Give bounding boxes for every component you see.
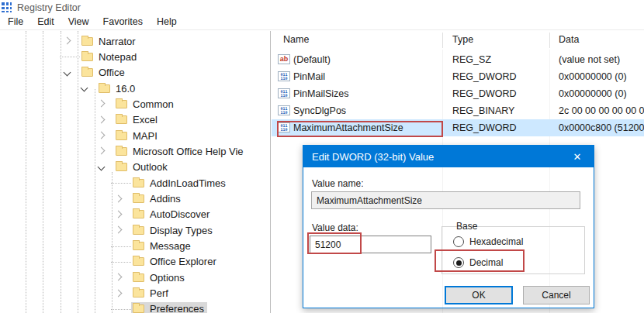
tree-item-16-0[interactable]: 16.0 [0,81,270,96]
tree-item-label: Narrator [99,36,136,47]
column-header-type[interactable]: Type [452,34,473,45]
chevron-right-icon[interactable] [98,100,106,108]
tree-connector-line [111,262,131,263]
column-divider[interactable] [442,33,443,48]
tree-item-autodiscover[interactable]: AutoDiscover [0,207,270,222]
menu-item-view[interactable]: View [61,14,96,29]
tree-item-content: Narrator [80,34,139,48]
value-type-cell: REG_DWORD [452,71,517,82]
tree-item-addins[interactable]: Addins [0,191,270,207]
registry-editor-window: Registry Editor FileEditViewFavoritesHel… [0,0,644,313]
tree-item-label: Preferences [150,303,204,313]
window-titlebar: Registry Editor [0,0,644,13]
ok-button[interactable]: OK [445,286,513,304]
value-name-cell: PinMailSizes [293,88,349,99]
radio-label: Decimal [469,257,503,268]
menu-item-file[interactable]: File [1,14,30,29]
tree-item-content: Office [80,66,128,80]
value-data-cell: 2c 00 00 00 00 00 00 00 [559,105,644,116]
tree-item-office[interactable]: Office [0,65,270,81]
chevron-down-icon[interactable] [81,84,88,92]
tree-item-content: MAPI [114,129,161,143]
value-data-input[interactable]: 51200 [310,236,431,253]
value-name-field: MaximumAttachmentSize [311,191,580,209]
tree-item-microsoft-office-help-vie[interactable]: Microsoft Office Help Vie [0,143,270,159]
tree-item-perf[interactable]: Perf [0,286,270,301]
value-row-syncdlgpos[interactable]: 011110SyncDlgPosREG_BINARY2c 00 00 00 00… [272,102,644,119]
tree-connector-line [60,57,80,57]
chevron-right-icon[interactable] [64,37,71,45]
menu-item-help[interactable]: Help [150,14,184,29]
tree-item-content: Perf [131,287,171,301]
tree-item-label: Common [133,98,174,110]
tree-item-label: Addins [150,193,181,205]
cancel-button[interactable]: Cancel [523,286,590,304]
tree-item-label: Excel [133,114,158,126]
value-data-cell: 0x00000000 (0) [559,88,627,99]
folder-icon [133,304,144,313]
chevron-right-icon[interactable] [98,132,106,139]
tree-item-label: MAPI [133,130,158,142]
value-data-text: 51200 [315,239,341,250]
value-data-cell: (value not set) [559,54,620,65]
tree-item-content: Outlook [114,160,171,174]
base-group-label: Base [453,221,480,232]
value-data-cell: 0x0000c800 (51200) [559,122,644,133]
radio-unselected-icon [453,236,464,247]
chevron-right-icon[interactable] [115,273,123,281]
chevron-down-icon[interactable] [98,163,106,170]
registry-editor-icon [2,2,12,12]
tree-item-notepad[interactable]: Notepad [0,49,270,64]
tree-item-label: Perf [150,287,168,299]
chevron-right-icon[interactable] [115,226,123,234]
tree-item-content: Microsoft Office Help Vie [114,144,247,158]
chevron-right-icon[interactable] [98,115,106,123]
tree-item-excel[interactable]: Excel [0,112,270,128]
column-header-name[interactable]: Name [283,34,309,45]
base-groupbox: Base HexadecimalDecimal [441,226,585,274]
dialog-titlebar[interactable]: Edit DWORD (32-bit) Value ✕ [303,146,594,167]
tree-item-office-explorer[interactable]: Office Explorer [0,254,270,270]
value-name-label: Value name: [312,178,364,189]
tree-item-mapi[interactable]: MAPI [0,128,270,143]
value-row-pinmail[interactable]: 011110PinMailREG_DWORD0x00000000 (0) [272,68,644,85]
chevron-right-icon[interactable] [115,289,123,297]
column-header-data[interactable]: Data [559,34,579,45]
chevron-right-icon[interactable] [115,210,123,218]
value-data-cell: 0x00000000 (0) [559,71,627,82]
radio-label: Hexadecimal [469,236,523,247]
pane-divider[interactable] [270,31,271,313]
tree-item-common[interactable]: Common [0,96,270,112]
list-header: Name Type Data [272,31,644,50]
tree-item-content: Notepad [80,50,140,64]
menu-item-edit[interactable]: Edit [30,14,61,29]
value-row--default-[interactable]: ab(Default)REG_SZ(value not set) [272,51,644,68]
value-type-cell: REG_SZ [452,54,491,65]
folder-icon [116,147,127,156]
chevron-right-icon[interactable] [98,147,106,155]
tree-item-content: Options [131,270,188,284]
folder-icon [133,226,144,235]
chevron-down-icon[interactable] [64,68,71,76]
tree-item-outlook[interactable]: Outlook [0,160,270,175]
value-name-text: MaximumAttachmentSize [317,195,422,206]
tree-item-preferences[interactable]: Preferences [0,301,270,313]
value-row-pinmailsizes[interactable]: 011110PinMailSizesREG_DWORD0x00000000 (0… [272,85,644,102]
tree-item-addinloadtimes[interactable]: AddInLoadTimes [0,175,270,191]
tree-connector-line [111,246,131,247]
tree-item-options[interactable]: Options [0,270,270,285]
column-divider[interactable] [549,33,550,48]
radio-decimal[interactable]: Decimal [453,257,503,268]
tree-connector-line [111,183,131,184]
radio-hexadecimal[interactable]: Hexadecimal [453,236,523,247]
folder-icon [116,163,127,171]
menu-item-favorites[interactable]: Favorites [96,14,150,29]
tree-item-narrator[interactable]: Narrator [0,33,270,49]
tree-item-message[interactable]: Message [0,239,270,254]
chevron-right-icon[interactable] [115,194,123,202]
value-row-maximumattachmentsize[interactable]: 011110MaximumAttachmentSizeREG_DWORD0x00… [272,119,644,136]
close-icon[interactable]: ✕ [561,146,594,167]
tree-item-display-types[interactable]: Display Types [0,222,270,238]
value-name-cell: (Default) [293,54,331,65]
binary-value-icon: 011110 [278,88,290,98]
